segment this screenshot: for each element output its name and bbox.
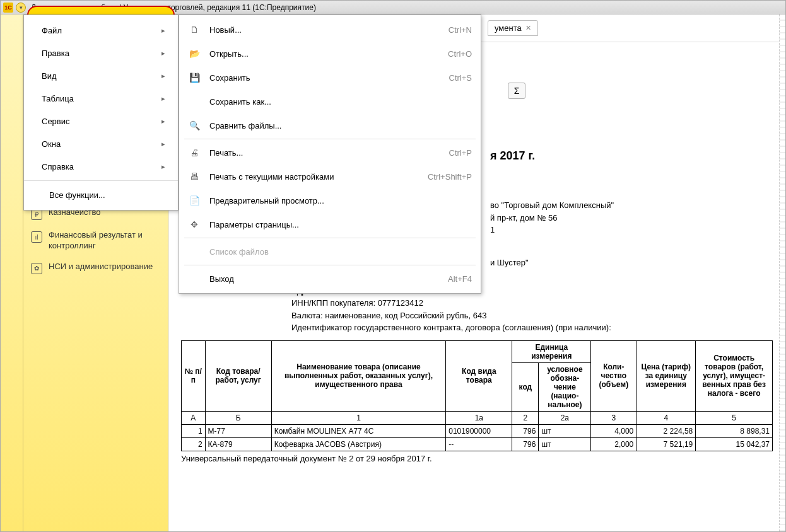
menu-file[interactable]: Файл▸ [24, 19, 178, 42]
col-unit-desc: условное обозна-чение (нацио-нальное) [539, 362, 591, 411]
submenu-print-settings[interactable]: 🖶 Печать с текущими настройками Ctrl+Shi… [179, 165, 481, 188]
main-menu: Файл▸ Правка▸ Вид▸ Таблица▸ Сервис▸ Окна… [23, 14, 179, 211]
titlebar-dropdown[interactable] [16, 3, 26, 13]
buyer-inn: ИНН/КПП покупателя: 0777123412 [291, 297, 773, 309]
blank-icon [188, 95, 201, 108]
file-submenu: 🗋 Новый... Ctrl+N 📂 Открыть... Ctrl+O 💾 … [179, 14, 481, 294]
submenu-print[interactable]: 🖨 Печать... Ctrl+P [179, 141, 481, 165]
table-row[interactable]: 2 КА-879 Кофеварка JACOBS (Австрия) -- 7… [182, 437, 773, 451]
col-unit: Единица измерения [512, 340, 591, 362]
submenu-compare[interactable]: 🔍 Сравнить файлы... [179, 113, 481, 137]
submenu-file-list: Список файлов [179, 240, 481, 263]
page-params-icon: ✥ [188, 218, 201, 231]
sidebar-item-label: Финансовый результат и контроллинг [49, 230, 160, 252]
submenu-save-as[interactable]: Сохранить как... [179, 90, 481, 113]
sidebar-item-finresult[interactable]: ıl Финансовый результат и контроллинг [23, 225, 168, 257]
folder-open-icon: 📂 [188, 47, 201, 60]
blank-icon [188, 272, 201, 285]
preview-icon: 📄 [188, 194, 201, 207]
menu-help[interactable]: Справка▸ [24, 155, 178, 178]
save-icon: 💾 [188, 71, 201, 84]
col-kind: Код вида товара [446, 340, 512, 411]
compare-icon: 🔍 [188, 119, 201, 132]
tab-label: умента [495, 23, 522, 33]
print-icon: 🖨 [188, 146, 201, 159]
sum-button[interactable]: Σ [508, 83, 525, 99]
document-tab[interactable]: умента ✕ [488, 20, 538, 36]
submenu-save[interactable]: 💾 Сохранить Ctrl+S [179, 66, 481, 90]
currency-line: Валюта: наименование, код Российский руб… [291, 309, 773, 322]
menu-service[interactable]: Сервис▸ [24, 110, 178, 132]
window-title: Демонстрационная база / Управление торго… [31, 3, 316, 12]
menu-table[interactable]: Таблица▸ [24, 87, 178, 110]
col-name: Наименование товара (описание выполненны… [271, 340, 446, 411]
col-cost: Стоимость товаров (работ, услуг), имущес… [696, 340, 773, 411]
titlebar: 1C Демонстрационная база / Управление то… [1, 1, 785, 14]
blank-icon [188, 245, 201, 258]
submenu-preview[interactable]: 📄 Предварительный просмотр... [179, 188, 481, 212]
print-settings-icon: 🖶 [188, 170, 201, 183]
gear-icon: ✿ [31, 263, 42, 274]
sidebar-item-nsi[interactable]: ✿ НСИ и администрирование [23, 257, 168, 279]
extra-num: 1 [490, 224, 773, 236]
address-line: й пр-кт, дом № 56 [490, 212, 773, 224]
doc-footer: Универсальный передаточный документ № 2 … [181, 454, 773, 463]
buyer-fragment: и Шустер" [490, 257, 773, 269]
close-icon[interactable]: ✕ [525, 24, 531, 32]
app-icon: 1C [3, 3, 13, 13]
col-unit-code: код [512, 362, 539, 411]
submenu-new[interactable]: 🗋 Новый... Ctrl+N [179, 18, 481, 42]
items-table: № п/п Код товара/ работ, услуг Наименова… [181, 340, 773, 451]
menu-view[interactable]: Вид▸ [24, 64, 178, 87]
menu-windows[interactable]: Окна▸ [24, 132, 178, 155]
menu-all-functions[interactable]: Все функции... [24, 183, 178, 206]
col-qty: Коли-чество (объем) [591, 340, 636, 411]
table-row[interactable]: 1 М-77 Комбайн MOULINEX А77 4С 010190000… [182, 424, 773, 437]
sidebar-item-label: НСИ и администрирование [49, 262, 153, 272]
torn-edge [779, 14, 785, 531]
menu-edit[interactable]: Правка▸ [24, 42, 178, 64]
submenu-open[interactable]: 📂 Открыть... Ctrl+O [179, 42, 481, 66]
submenu-page-params[interactable]: ✥ Параметры страницы... [179, 212, 481, 236]
left-toolbar [1, 14, 23, 531]
contract-id-line: Идентификатор государственного контракта… [291, 321, 773, 334]
col-price: Цена (тариф) за единицу измерения [636, 340, 696, 411]
col-code: Код товара/ работ, услуг [205, 340, 271, 411]
doc-title: я 2017 г. [490, 149, 773, 163]
submenu-exit[interactable]: Выход Alt+F4 [179, 267, 481, 291]
file-new-icon: 🗋 [188, 23, 201, 36]
col-number-row: А Б 1 1а 2 2а 3 4 5 [182, 411, 773, 424]
chart-icon: ıl [31, 231, 42, 243]
supplier-line: во "Торговый дом Комплексный" [490, 199, 773, 212]
col-npp: № п/п [182, 340, 206, 411]
